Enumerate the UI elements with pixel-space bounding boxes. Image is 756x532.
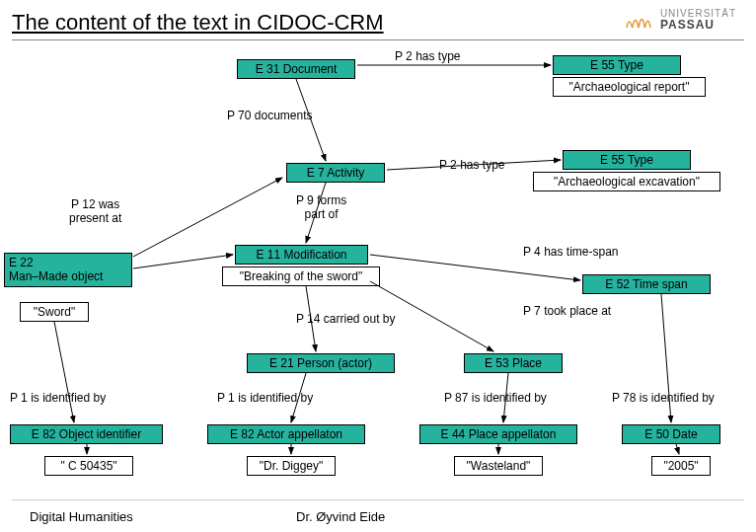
svg-line-9 <box>54 322 74 422</box>
node-e44-place-appellation: E 44 Place appellaton <box>419 424 577 444</box>
label-p1-identified-by-a: P 1 is identified by <box>10 391 106 405</box>
logo-text: UNIVERSITÄT PASSAU <box>660 9 736 31</box>
logo-city: PASSAU <box>660 19 736 31</box>
svg-line-5 <box>133 255 233 268</box>
node-e50-date: E 50 Date <box>622 424 720 444</box>
label-p7-took-place-at: P 7 took place at <box>523 304 611 318</box>
label-p14-carried-out-by: P 14 carried out by <box>296 312 396 326</box>
node-e21-person: E 21 Person (actor) <box>247 353 395 373</box>
node-e55-type-a: E 55 Type <box>553 55 681 75</box>
node-2005: "2005" <box>651 456 711 476</box>
node-e55-type-b: E 55 Type <box>563 150 691 170</box>
node-e7-activity: E 7 Activity <box>286 163 385 183</box>
label-p70-documents: P 70 documents <box>227 109 313 122</box>
node-archaeological-excavation: "Archaeological excavation" <box>533 172 720 191</box>
label-p1-identified-by-b: P 1 is identified by <box>217 391 313 405</box>
node-e52-time-span: E 52 Time span <box>582 274 711 294</box>
label-p12-present-at: P 12 was present at <box>69 197 121 225</box>
node-e11-modification: E 11 Modification <box>235 245 368 265</box>
svg-line-16 <box>676 444 679 454</box>
title-underline <box>12 39 744 40</box>
node-wasteland: "Wasteland" <box>454 456 543 476</box>
label-p78-identified-by: P 78 is identified by <box>612 391 715 405</box>
footer-divider <box>12 499 744 500</box>
label-p2-has-type-b: P 2 has type <box>439 158 505 172</box>
footer-mid: Dr. Øyvind Eide <box>296 509 385 524</box>
node-e82-object-identifier: E 82 Object identifier <box>10 424 163 444</box>
node-e82-actor-appellation: E 82 Actor appellaton <box>207 424 365 444</box>
node-archaeological-report: "Archaeological report" <box>553 77 706 97</box>
label-p4-timespan: P 4 has time-span <box>523 245 619 259</box>
node-e53-place: E 53 Place <box>464 353 563 373</box>
node-e22-line2: Man–Made object <box>9 269 127 283</box>
node-c50435: " C 50435" <box>44 456 133 476</box>
label-p9-forms-part-of: P 9 forms part of <box>296 193 346 221</box>
node-e31-document: E 31 Document <box>237 59 355 79</box>
node-breaking-sword: "Breaking of the sword" <box>222 266 380 286</box>
label-p2-has-type-a: P 2 has type <box>395 49 461 63</box>
label-p87-identified-by: P 87 is identified by <box>444 391 547 405</box>
logo: UNIVERSITÄT PASSAU <box>623 8 736 32</box>
node-sword-instance: "Sword" <box>20 302 89 322</box>
node-e22-line1: E 22 <box>9 256 127 269</box>
logo-icon <box>623 8 654 32</box>
page-title: The content of the text in CIDOC-CRM <box>12 10 384 36</box>
node-dr-diggey: "Dr. Diggey" <box>247 456 336 476</box>
footer-left: Digital Humanities <box>30 509 133 524</box>
node-e22-man-made-object: E 22 Man–Made object <box>4 253 132 287</box>
